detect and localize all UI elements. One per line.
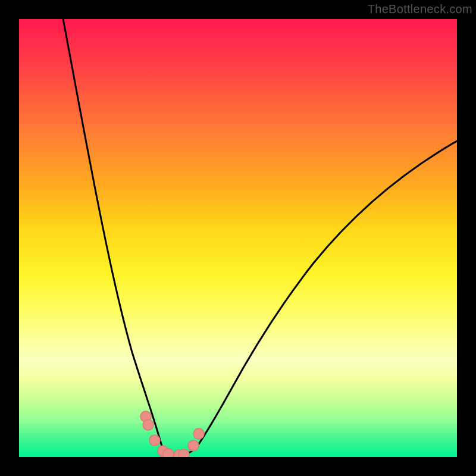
gradient-plot-area — [19, 19, 457, 457]
marker-2 — [143, 419, 154, 430]
marker-5 — [163, 449, 174, 457]
bottleneck-curve — [19, 19, 457, 457]
marker-3 — [149, 435, 160, 446]
marker-9 — [193, 428, 204, 439]
curve-left-branch — [63, 19, 162, 446]
marker-group — [140, 411, 204, 457]
marker-8 — [188, 440, 199, 451]
watermark-text: TheBottleneck.com — [368, 2, 472, 16]
marker-7 — [178, 449, 189, 457]
curve-right-branch — [196, 141, 457, 447]
